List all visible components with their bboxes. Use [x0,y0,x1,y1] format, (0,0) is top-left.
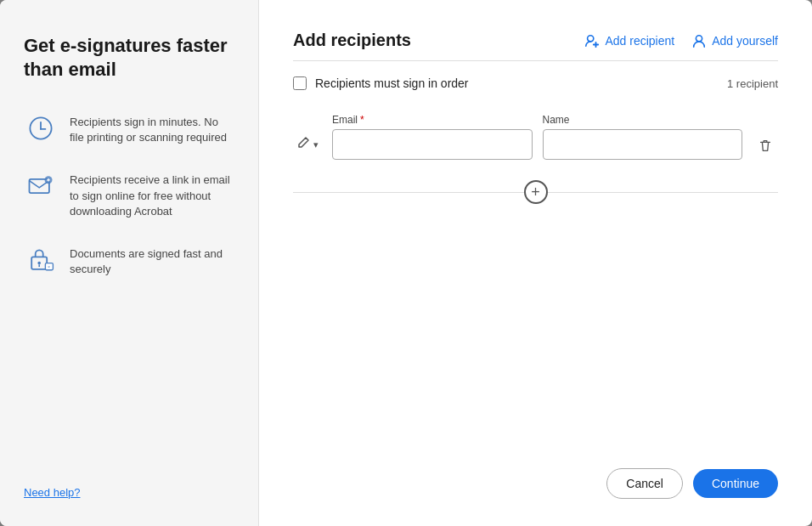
name-input[interactable] [543,129,743,160]
chevron-down-icon: ▾ [313,139,319,150]
add-yourself-icon [691,33,707,48]
add-more-button[interactable]: + [524,180,548,204]
email-label: Email * [332,114,533,126]
order-checkbox-row: Recipients must sign in order 1 recipien… [293,76,778,90]
need-help-link[interactable]: Need help? [24,486,234,499]
add-more-row: + [293,180,778,204]
feature-item-email: Recipients receive a link in email to si… [24,169,234,219]
feature-text-secure: Documents are signed fast and securely [70,246,234,277]
email-input[interactable] [332,129,533,160]
add-line-right [548,192,779,193]
feature-list: Recipients sign in minutes. No file prin… [24,111,234,277]
role-selector[interactable]: ▾ [293,129,322,160]
cancel-button[interactable]: Cancel [606,468,683,499]
add-recipient-button[interactable]: Add recipient [584,33,674,48]
modal: Get e-signatures faster than email Recip… [0,0,812,526]
add-yourself-button[interactable]: Add yourself [691,33,778,48]
page-title: Get e-signatures faster than email [24,34,234,81]
checkbox-left: Recipients must sign in order [293,76,469,90]
name-group: Name [543,114,743,160]
required-star: * [360,114,364,126]
email-icon [24,169,58,203]
left-panel: Get e-signatures faster than email Recip… [0,0,259,526]
feature-item-secure: × Documents are signed fast and securely [24,243,234,277]
header-actions: Add recipient Add yourself [584,33,778,48]
right-panel: Add recipients Add recipient [259,0,812,526]
recipient-row: ▾ Email * Name [293,114,778,160]
add-recipient-icon [584,33,600,48]
pen-icon [296,136,310,153]
header-divider [293,60,778,61]
delete-recipient-button[interactable] [753,133,778,158]
svg-point-12 [588,35,594,41]
secure-icon: × [24,243,58,277]
svg-point-15 [696,35,702,41]
sign-order-label: Recipients must sign in order [315,76,469,90]
right-header: Add recipients Add recipient [293,31,778,50]
add-yourself-label: Add yourself [712,34,778,48]
svg-text:×: × [48,264,50,269]
add-recipient-label: Add recipient [605,34,674,48]
continue-button[interactable]: Continue [693,469,778,498]
clock-icon [24,111,58,145]
feature-text-email: Recipients receive a link in email to si… [70,173,234,219]
svg-point-8 [37,262,41,265]
right-title: Add recipients [293,31,411,50]
email-group: Email * [332,114,533,160]
feature-text-clock: Recipients sign in minutes. No file prin… [70,115,234,145]
name-label: Name [543,114,743,126]
add-line-left [293,192,524,193]
feature-item-clock: Recipients sign in minutes. No file prin… [24,111,234,145]
trash-icon [758,138,773,153]
recipient-count: 1 recipient [727,77,778,90]
sign-order-checkbox[interactable] [293,76,307,90]
footer: Cancel Continue [293,468,778,499]
